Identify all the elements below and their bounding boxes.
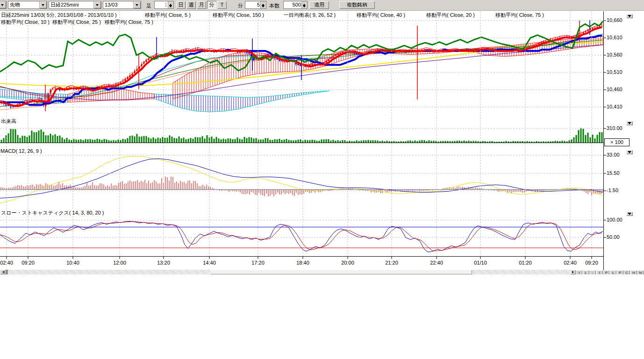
stochastics-pane-title: スロー・ストキャスティクス( 14, 3, 80, 20 ): [1, 209, 104, 216]
stochastics-axis-tick-label: 100.00: [607, 217, 623, 223]
mini-tool-button[interactable]: L: [610, 270, 616, 274]
macd-pane-title: MACD( 12, 26, 9 ): [0, 148, 42, 154]
chart-canvas: [0, 0, 644, 277]
time-axis-tick-label: 01/10: [474, 260, 487, 266]
legend-ma75b: 移動平均( Close, 75 ): [105, 19, 153, 26]
legend-main-series: 日経225mini 13/03( 5分, 2013/01/08 - 2013/0…: [1, 12, 117, 19]
mini-tool-button[interactable]: N: [637, 270, 644, 274]
time-axis-tick-label: 01:20: [519, 260, 532, 266]
volume-axis-tick-label: 310.00: [607, 125, 623, 131]
time-axis-tick-label: 09:20: [21, 260, 35, 266]
triangle-left-icon: [1, 271, 4, 273]
time-axis-tick-label: 02:40: [564, 260, 577, 266]
legend-ma75: 移動平均( Close, 75 ): [495, 12, 544, 19]
time-axis-tick-label: 09:20: [585, 260, 598, 266]
triangle-down-icon: [628, 213, 631, 217]
macd-axis-scale-button[interactable]: [626, 150, 633, 154]
time-axis-tick-label: 13:20: [157, 260, 170, 266]
price-axis-tick-label: 10,510: [607, 69, 623, 75]
scroll-left-button[interactable]: [0, 270, 5, 274]
macd-axis-tick-label: -1.50: [607, 187, 618, 193]
legend-ma25: 移動平均( Close, 25 ): [52, 19, 101, 26]
macd-axis-tick-label: 33.00: [607, 152, 620, 158]
horizontal-scrollbar[interactable]: [0, 270, 576, 274]
mini-tool-button[interactable]: P: [603, 270, 609, 274]
mini-tool-button[interactable]: C: [623, 270, 630, 274]
price-axis-tick-label: 10,610: [607, 35, 623, 40]
triangle-down-icon: [628, 15, 631, 19]
time-axis-tick-label: 18:40: [296, 260, 309, 266]
legend-ma5: 移動平均( Close, 5 ): [145, 12, 191, 19]
stochastics-axis-tick-label: 50.00: [607, 234, 620, 240]
price-axis-tick-label: 10,560: [607, 52, 623, 57]
price-axis-tick-label: 10,660: [607, 17, 623, 23]
time-axis-tick-label: 22:40: [430, 260, 443, 266]
scrollbar-thumb[interactable]: [210, 270, 472, 274]
price-axis-tick-label: 10,460: [607, 86, 623, 92]
legend-ichimoku: 一目均衡表( 9, 26, 52 ): [284, 12, 336, 19]
time-axis-tick-label: 10:40: [66, 260, 79, 266]
triangle-right-icon: [572, 271, 575, 273]
macd-axis-tick-label: 15.50: [607, 170, 620, 176]
chart-application-window: 先物 日経225mini 13/03 足 1 日 週 月 分 T 分 5 本数 …: [0, 0, 644, 359]
mini-tool-button[interactable]: H: [630, 270, 637, 274]
volume-pane-title: 出来高: [1, 118, 16, 125]
mini-tool-button[interactable]: P: [617, 270, 623, 274]
legend-ma10: 移動平均( Close, 10 ): [1, 19, 50, 26]
time-axis-tick-label: 21:20: [385, 260, 398, 266]
time-axis-tick-label: 12:00: [113, 260, 126, 266]
time-axis-tick-label: 17:20: [251, 260, 265, 266]
price-axis-scale-button[interactable]: [626, 14, 633, 18]
mini-tool-button[interactable]: t: [576, 270, 582, 274]
stochastics-axis-scale-button[interactable]: [626, 212, 633, 216]
time-axis-tick-label: 20:00: [341, 260, 354, 266]
legend-ma150: 移動平均( Close, 150 ): [213, 12, 264, 19]
legend-ma20: 移動平均( Close, 20 ): [426, 12, 475, 19]
mini-tool-button[interactable]: -: [589, 270, 596, 274]
triangle-down-icon: [628, 151, 631, 155]
time-axis-tick-label: 02:40: [0, 260, 13, 266]
scrollbar-marker: [6, 270, 8, 274]
time-axis-tick-label: 14:40: [203, 260, 216, 266]
mini-tool-button[interactable]: t: [596, 270, 603, 274]
scroll-right-button[interactable]: [571, 270, 576, 274]
price-axis-tick-label: 10,410: [607, 104, 623, 109]
legend-ma40: 移動平均( Close, 40 ): [357, 12, 405, 19]
volume-axis-scale-button[interactable]: [626, 121, 633, 125]
mini-toolbar-row: tL-tPLPCHN: [576, 270, 644, 274]
triangle-down-icon: [628, 122, 631, 126]
volume-multiplier-badge: × 100: [604, 138, 630, 146]
mini-tool-button[interactable]: L: [583, 270, 589, 274]
